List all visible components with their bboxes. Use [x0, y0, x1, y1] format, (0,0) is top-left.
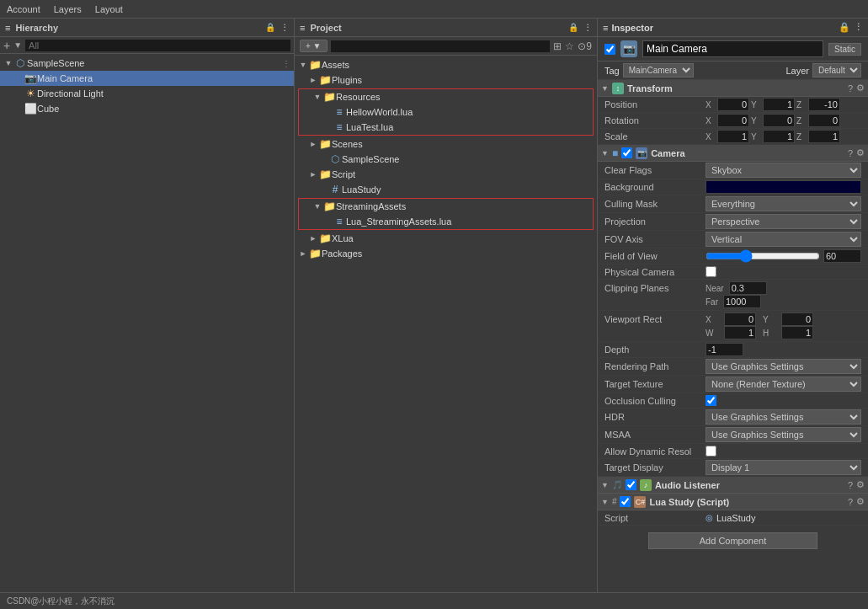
projection-select[interactable]: Perspective: [706, 214, 861, 229]
project-item-streaming[interactable]: ▼ 📁 StreamingAssets: [299, 199, 593, 214]
object-active-checkbox[interactable]: [604, 44, 615, 55]
camera-active-checkbox[interactable]: [621, 147, 632, 158]
project-item-hellowworld[interactable]: ≡ HellowWorld.lua: [299, 104, 593, 120]
layer-label: Layer: [785, 66, 809, 76]
project-item-luastream[interactable]: ≡ Lua_StreamingAssets.lua: [299, 214, 593, 229]
rot-z-input[interactable]: [808, 114, 840, 127]
project-item-resources[interactable]: ▼ 📁 Resources: [299, 89, 593, 104]
project-item-assets[interactable]: ▼ 📁 Assets: [295, 57, 597, 72]
transform-title: Transform: [627, 83, 844, 93]
audio-question-icon[interactable]: ?: [848, 480, 853, 490]
cullingmask-select[interactable]: Everything: [706, 196, 861, 211]
hierarchy-add-icon[interactable]: +: [3, 39, 10, 52]
allowdynamic-checkbox[interactable]: [706, 446, 716, 457]
scale-z-input[interactable]: [808, 130, 840, 143]
project-item-luatest[interactable]: ≡ LuaTest.lua: [299, 120, 593, 135]
rot-y-input[interactable]: [763, 114, 795, 127]
project-item-xlua[interactable]: ► 📁 XLua: [295, 231, 597, 246]
audio-active-checkbox[interactable]: [626, 479, 636, 490]
project-item-script[interactable]: ► 📁 Script: [295, 167, 597, 182]
project-item-plugins[interactable]: ► 📁 Plugins: [295, 72, 597, 88]
msaa-select[interactable]: Use Graphics Settings: [706, 427, 861, 442]
cullingmask-value: Everything: [706, 196, 861, 211]
rot-x-input[interactable]: [717, 114, 749, 127]
xlua-icon: 📁: [318, 232, 332, 244]
menu-layout[interactable]: Layout: [95, 4, 123, 14]
luastudy-active-checkbox[interactable]: [620, 496, 631, 507]
hierarchy-item-dirlight[interactable]: ☀ Directional Light: [0, 86, 294, 101]
fov-input[interactable]: [823, 249, 861, 263]
background-color[interactable]: [706, 180, 861, 194]
hierarchy-item-cube[interactable]: ⬜ Cube: [0, 101, 294, 116]
top-menu-bar: Account Layers Layout: [0, 0, 868, 19]
hierarchy-item-maincamera[interactable]: 📷 Main Camera: [0, 71, 294, 86]
vx-input[interactable]: [724, 313, 756, 326]
physicalcam-checkbox[interactable]: [706, 266, 716, 277]
clearflags-select[interactable]: Skybox: [706, 163, 861, 178]
hierarchy-lock-icon[interactable]: 🔒: [265, 23, 275, 32]
hierarchy-item-samplescene[interactable]: ▼ ⬡ SampleScene ⋮: [0, 56, 294, 71]
transform-question-icon[interactable]: ?: [848, 83, 853, 93]
scale-x-input[interactable]: [717, 130, 749, 143]
clipping-far: Far: [706, 295, 761, 308]
luastudy-question-icon[interactable]: ?: [848, 497, 853, 507]
project-star-icon[interactable]: ☆: [565, 40, 574, 52]
hierarchy-search-input[interactable]: [25, 40, 290, 51]
renderpath-select[interactable]: Use Graphics Settings: [706, 359, 861, 374]
samplescene-menu[interactable]: ⋮: [282, 59, 290, 68]
project-item-scenes[interactable]: ► 📁 Scenes: [295, 136, 597, 152]
inspector-lock-icon[interactable]: 🔒: [839, 22, 850, 33]
menu-account[interactable]: Account: [7, 4, 40, 14]
far-input[interactable]: [723, 295, 761, 308]
camera-question-icon[interactable]: ?: [848, 148, 853, 158]
clipping-row: Clipping Planes Near Far: [598, 280, 868, 311]
hdr-select[interactable]: Use Graphics Settings: [706, 409, 861, 425]
audio-settings-icon[interactable]: ⚙: [856, 479, 865, 490]
audio-section-header[interactable]: ▼ 🎵 ♪ Audio Listener ? ⚙: [598, 477, 868, 494]
luastudy-settings-icon[interactable]: ⚙: [856, 496, 865, 507]
targettex-select[interactable]: None (Render Texture): [706, 377, 861, 392]
layer-select[interactable]: Default: [812, 63, 861, 77]
project-header: ≡ Project 🔒 ⋮: [295, 19, 597, 37]
fov-slider[interactable]: [706, 250, 820, 262]
project-item-luastudy[interactable]: # LuaStudy: [295, 182, 597, 197]
transform-settings-icon[interactable]: ⚙: [856, 83, 865, 93]
project-item-samplescene[interactable]: ⬡ SampleScene: [295, 152, 597, 167]
hierarchy-more-icon[interactable]: ⋮: [280, 23, 289, 32]
script-folder-label: Script: [332, 169, 355, 179]
script-row-value: ◎ LuaStudy: [706, 513, 861, 523]
project-lock-icon[interactable]: 🔒: [568, 23, 578, 32]
fovaxis-select[interactable]: Vertical: [706, 232, 861, 247]
project-add-button[interactable]: + ▼: [300, 40, 327, 52]
camera-settings-icon[interactable]: ⚙: [856, 147, 865, 158]
menu-layers[interactable]: Layers: [54, 4, 82, 14]
add-component-button[interactable]: Add Component: [648, 532, 818, 549]
project-more-icon[interactable]: ⋮: [583, 23, 592, 32]
camera-section-header[interactable]: ▼ ■ 📷 Camera ? ⚙: [598, 145, 868, 162]
occlusion-checkbox[interactable]: [706, 395, 716, 406]
vw-input[interactable]: [724, 326, 756, 339]
project-title: Project: [310, 23, 341, 33]
vh-input[interactable]: [781, 326, 813, 339]
inspector-more-icon[interactable]: ⋮: [854, 22, 863, 33]
project-view-icon[interactable]: ⊞: [553, 40, 562, 52]
near-input[interactable]: [729, 281, 767, 295]
vy-input[interactable]: [781, 313, 813, 326]
scale-y-input[interactable]: [763, 130, 795, 143]
pos-x-input[interactable]: [717, 98, 749, 111]
depth-input[interactable]: [706, 343, 743, 356]
transform-section-header[interactable]: ▼ ↕ Transform ? ⚙: [598, 80, 868, 97]
targetdisplay-select[interactable]: Display 1: [706, 460, 861, 475]
object-name-input[interactable]: [642, 40, 823, 57]
project-search-input[interactable]: [331, 40, 551, 52]
vh-label: H: [763, 329, 775, 338]
luastudy-section-header[interactable]: ▼ # C# Lua Study (Script) ? ⚙: [598, 494, 868, 510]
pos-z-input[interactable]: [808, 98, 840, 111]
project-extra-icon[interactable]: ⊙9: [578, 40, 592, 52]
tag-select[interactable]: MainCamera: [623, 63, 694, 77]
hierarchy-dropdown-icon[interactable]: ▼: [13, 40, 22, 50]
static-button[interactable]: Static: [828, 43, 861, 56]
pos-y-input[interactable]: [763, 98, 795, 111]
background-value[interactable]: [706, 180, 861, 194]
project-item-packages[interactable]: ► 📁 Packages: [295, 246, 597, 261]
